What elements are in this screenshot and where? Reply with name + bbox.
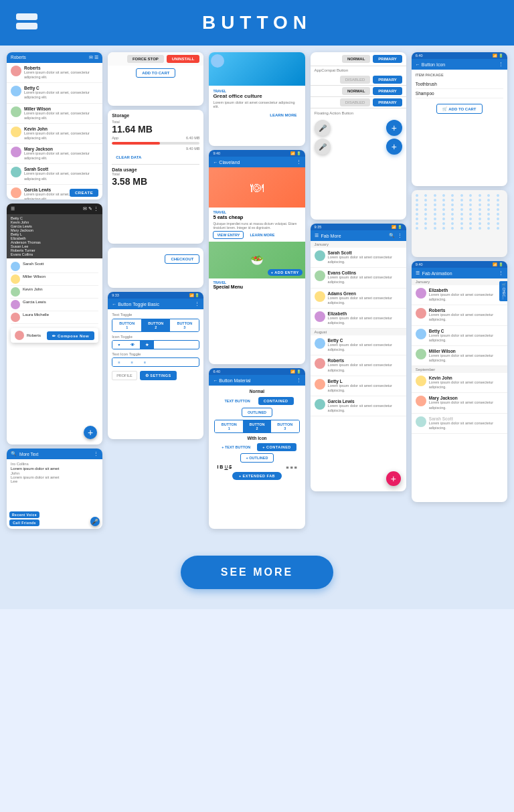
learn-more-button[interactable]: LEARN MORE <box>266 111 301 119</box>
fab-group-right: + + <box>386 120 402 155</box>
align-right-toggle[interactable]: ≡ <box>139 358 151 366</box>
data-value: 9.40 MB <box>186 147 199 151</box>
contained-button[interactable]: CONTAINED <box>258 397 294 405</box>
primary-btn-3[interactable]: PRIMARY <box>373 87 402 95</box>
create-button[interactable]: CREATE <box>70 189 98 197</box>
add-fab-primary-2[interactable]: + <box>386 139 402 155</box>
disabled-btn-2[interactable]: DISABLED <box>340 98 371 106</box>
list-item: Kevin John Lorem ipsum dolor sit amet, c… <box>7 124 102 144</box>
list-item: Roberts Lorem ipsum dolor sit amet, cons… <box>7 63 102 83</box>
bold-icon: B <box>220 465 223 470</box>
september-label: September <box>412 366 507 373</box>
see-more-button[interactable]: SEE MORE <box>181 556 333 589</box>
svg-rect-1 <box>16 23 37 29</box>
list-item: Kevin John <box>11 286 98 299</box>
checkout-side-button[interactable]: 🛒 CHEC... <box>499 281 507 301</box>
align-center-toggle[interactable]: ≡ <box>125 358 138 366</box>
fab-more-header: ☰ Fab More 🔍 ⋮ <box>311 230 406 241</box>
eye-toggle[interactable]: 👁 <box>125 341 140 349</box>
iro-tem-screen: 🔍 More Text ⋮ Iro Collins Lorem ipsum do… <box>7 449 102 529</box>
app-value: 6.40 MB <box>186 136 199 140</box>
see-more-section: SEE MORE <box>0 536 514 609</box>
clear-data-button[interactable]: CLEAR DATA <box>112 153 145 161</box>
mic-fab-normal-2[interactable]: 🎤 <box>315 139 331 155</box>
bottom-buttons: Recent Voice Call Friends <box>9 511 39 526</box>
button-icon-screen: 6:40 📶 🔋 ← Button Icon ⋮ ITEM PACKAGE To… <box>412 52 507 186</box>
add-to-cart-button[interactable]: ADD TO CART <box>136 68 175 78</box>
add-entry-button[interactable]: + ADD ENTRY <box>268 269 303 276</box>
material-header: ← Button Material ⋮ <box>209 375 305 386</box>
mat-btn-2[interactable]: BUTTON 2 <box>243 420 271 432</box>
toggle-btn-1[interactable]: BUTTON 1 <box>112 319 141 331</box>
more-icon[interactable]: ⋮ <box>398 233 402 238</box>
compose-overlay: Roberts ✏ Compose Now <box>11 328 98 343</box>
list-item: Sarah Scott Lorem ipsum dolor sit amet c… <box>412 414 507 434</box>
compose-button[interactable]: ✏ Compose Now <box>47 331 94 340</box>
mat-btn-3[interactable]: BUTTON 3 <box>271 420 299 432</box>
toggle-btn-2[interactable]: BUTTON 2 <box>141 319 170 331</box>
main-grid: Roberts ✉ ☰ Roberts Lorem ipsum dolor si… <box>0 46 514 536</box>
icon-text-button[interactable]: + TEXT BUTTON <box>218 443 254 451</box>
floating-action-label: Floating Action Button <box>311 108 406 118</box>
menu-icon: ☰ <box>315 233 319 238</box>
recent-voice-button[interactable]: Recent Voice <box>9 511 39 518</box>
icon-outlined-button[interactable]: + OUTLINED <box>240 453 274 463</box>
avatar <box>11 287 20 297</box>
icons-row: ✉ ☰ <box>89 55 98 60</box>
call-friends-button[interactable]: Call Friends <box>9 519 39 526</box>
heart-toggle[interactable]: ♥ <box>112 341 125 349</box>
normal-btn-1[interactable]: NORMAL <box>342 55 370 63</box>
primary-btn-4[interactable]: PRIMARY <box>373 98 402 106</box>
avatar <box>315 270 325 281</box>
align-center-icon: ≡ <box>290 465 292 470</box>
mat-btn-1[interactable]: BUTTON 1 <box>215 420 243 432</box>
profile-button[interactable]: PROFILE <box>112 371 137 380</box>
checkout-button[interactable]: CHECKOUT <box>165 254 199 264</box>
toggle-btn-3[interactable]: BUTTON 3 <box>170 319 199 331</box>
fab-more-screen: 9:35 📶 🔋 ☰ Fab More 🔍 ⋮ January Sarah Sc… <box>311 224 406 491</box>
extended-fab-button[interactable]: + EXTENDED FAB <box>232 472 282 480</box>
uninstall-button[interactable]: UNINSTALL <box>167 55 200 63</box>
align-left-toggle[interactable]: ≡ <box>112 358 125 366</box>
fab-animation-screen: 9:40 📶 🔋 ☰ Fab Animation ⋮ January Eliza… <box>412 261 507 502</box>
column-2: FORCE STOP UNINSTALL ADD TO CART Storage… <box>108 52 203 529</box>
add-fab-primary[interactable]: + <box>386 120 402 136</box>
view-entry-button[interactable]: VIEW ENTRY <box>213 231 244 239</box>
primary-btn-1[interactable]: PRIMARY <box>373 55 402 63</box>
list-screen-top: Roberts ✉ ☰ Roberts Lorem ipsum dolor si… <box>7 52 102 199</box>
app-label: App <box>112 136 118 140</box>
settings-button[interactable]: ⚙ SETTINGS <box>140 371 177 380</box>
outlined-button[interactable]: OUTLINED <box>242 408 272 417</box>
add-to-cart-icon-button[interactable]: 🛒 ADD TO CART <box>436 104 482 114</box>
travel-culture-card: TRAVEL Great office culture Lorem ipsum … <box>209 52 305 146</box>
mic-icon[interactable]: 🎤 <box>90 517 100 526</box>
star-toggle[interactable]: ★ <box>140 341 154 349</box>
january-label: January <box>412 278 507 285</box>
learn-more-button[interactable]: LEARN MORE <box>246 231 278 239</box>
text-icon-toggle-group: ≡ ≡ ≡ <box>112 357 199 367</box>
search-icon: 🔍 <box>11 451 17 457</box>
normal-btn-2[interactable]: NORMAL <box>342 87 370 95</box>
list-item: Sarah Scott Lorem ipsum dolor sit amet, … <box>7 164 102 184</box>
primary-btn-2[interactable]: PRIMARY <box>373 76 402 84</box>
italic-icon: I <box>217 465 218 470</box>
search-label: More Text <box>19 452 91 457</box>
text-button[interactable]: TEXT BUTTON <box>220 397 254 405</box>
fab-animation-header: ☰ Fab Animation ⋮ <box>412 268 507 278</box>
disabled-btn[interactable]: DISABLED <box>340 76 371 84</box>
search-icon[interactable]: 🔍 <box>389 233 395 238</box>
fab-button[interactable]: + <box>386 471 401 486</box>
force-stop-button[interactable]: FORCE STOP <box>127 55 164 63</box>
icon-contained-button[interactable]: + CONTAINED <box>257 443 296 451</box>
status-bar: 6:40 📶 🔋 <box>209 368 305 375</box>
with-icon-label: With Icon <box>214 436 299 440</box>
mic-fab-normal[interactable]: 🎤 <box>315 120 331 136</box>
align-left-icon: ≡ <box>286 465 288 470</box>
avatar <box>416 349 426 359</box>
avatar <box>315 250 325 261</box>
icon-toggle-group: ♥ 👁 ★ <box>112 340 199 349</box>
add-fab-button[interactable]: + <box>84 426 97 439</box>
avatar <box>11 127 21 137</box>
toggle-header: ← Button Toggle Basic ⋮ <box>108 299 203 309</box>
avatar <box>11 167 21 177</box>
